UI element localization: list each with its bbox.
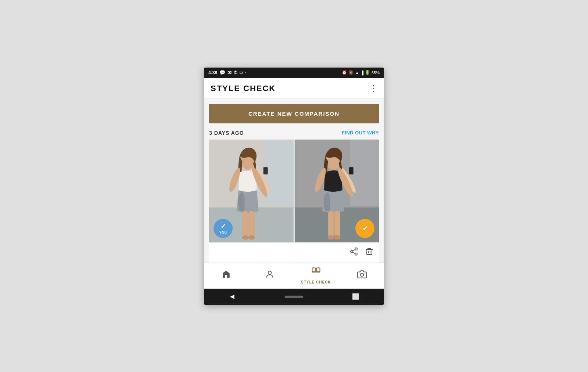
svg-rect-10 [249, 211, 255, 236]
alarm-icon: ⏰ [342, 70, 347, 75]
right-vote-badge[interactable]: ✓ [355, 219, 374, 238]
nav-style-check[interactable]: STYLE CHECK [301, 267, 331, 284]
wifi-icon: ▲ [355, 71, 359, 75]
svg-rect-33 [367, 250, 372, 254]
recent-apps-icon[interactable]: ⬜ [352, 293, 359, 300]
svg-point-37 [268, 271, 272, 274]
comparison-right-image: ✓ [295, 140, 379, 242]
svg-line-31 [353, 249, 355, 251]
dot-icon: · [245, 70, 246, 75]
status-time: 4:38 [208, 70, 217, 75]
more-options-icon[interactable]: ⋮ [369, 84, 377, 93]
phone-icon: ✆ [234, 70, 237, 75]
share-icon[interactable] [349, 247, 358, 258]
svg-point-25 [327, 235, 334, 239]
status-bar-left: 4:38 💬 ✉ ✆ ▭ · [208, 70, 246, 75]
main-content: CREATE NEW COMPARISON 3 DAYS AGO FIND OU… [204, 99, 384, 263]
battery-icon: 🔋 [365, 70, 370, 75]
svg-rect-24 [334, 211, 340, 236]
person-icon [265, 270, 275, 281]
delete-icon[interactable] [365, 247, 374, 258]
app-header: STYLE CHECK ⋮ [204, 78, 384, 99]
nav-home[interactable] [213, 270, 239, 281]
phone-frame: 4:38 💬 ✉ ✆ ▭ · ⏰ 🔇 ▲ ▐ 🔋 65% STYLE CHECK… [204, 68, 384, 305]
svg-rect-3 [264, 140, 294, 206]
bottom-nav: STYLE CHECK [204, 263, 384, 289]
svg-point-40 [361, 273, 364, 276]
find-out-why-link[interactable]: FIND OUT WHY [342, 130, 379, 136]
home-icon [221, 270, 231, 281]
home-pill[interactable] [285, 296, 303, 298]
svg-point-30 [355, 253, 357, 255]
svg-point-11 [242, 235, 249, 239]
nav-person[interactable] [257, 270, 283, 281]
days-ago-label: 3 DAYS AGO [209, 130, 244, 136]
svg-rect-27 [349, 167, 353, 174]
battery-percent: 65% [372, 71, 380, 75]
left-vote-badge[interactable]: ✓ YOU [214, 219, 233, 238]
svg-rect-17 [349, 140, 379, 206]
status-bar: 4:38 💬 ✉ ✆ ▭ · ⏰ 🔇 ▲ ▐ 🔋 65% [204, 68, 384, 78]
svg-line-32 [353, 252, 355, 253]
status-bar-right: ⏰ 🔇 ▲ ▐ 🔋 65% [342, 70, 380, 75]
svg-rect-9 [243, 211, 248, 236]
svg-rect-36 [225, 275, 227, 278]
camera-icon [357, 270, 367, 281]
svg-point-12 [248, 235, 255, 239]
svg-point-28 [355, 248, 357, 250]
svg-rect-13 [263, 167, 268, 174]
system-nav-bar: ◄ ⬜ [204, 289, 384, 305]
svg-point-29 [351, 250, 353, 253]
back-button[interactable]: ◄ [229, 292, 236, 301]
whatsapp-icon: 💬 [219, 70, 225, 75]
svg-point-26 [334, 235, 340, 239]
comparison-images: ✓ YOU [209, 140, 379, 242]
style-check-icon [311, 267, 321, 279]
mute-icon: 🔇 [348, 70, 354, 75]
right-vote-checkmark: ✓ [362, 224, 368, 232]
gmail-icon: ✉ [227, 70, 232, 75]
left-vote-checkmark: ✓ [220, 222, 226, 230]
app-title: STYLE CHECK [211, 84, 276, 93]
nav-camera[interactable] [349, 270, 375, 281]
tablet-icon: ▭ [239, 70, 243, 75]
create-comparison-button[interactable]: CREATE NEW COMPARISON [209, 104, 379, 123]
comparison-meta: 3 DAYS AGO FIND OUT WHY [209, 130, 379, 136]
left-vote-you-label: YOU [219, 231, 227, 234]
nav-style-check-label: STYLE CHECK [301, 280, 331, 284]
action-bar [209, 242, 379, 263]
signal-icon: ▐ [361, 71, 363, 75]
svg-rect-23 [328, 211, 334, 236]
comparison-left-image: ✓ YOU [209, 140, 295, 242]
